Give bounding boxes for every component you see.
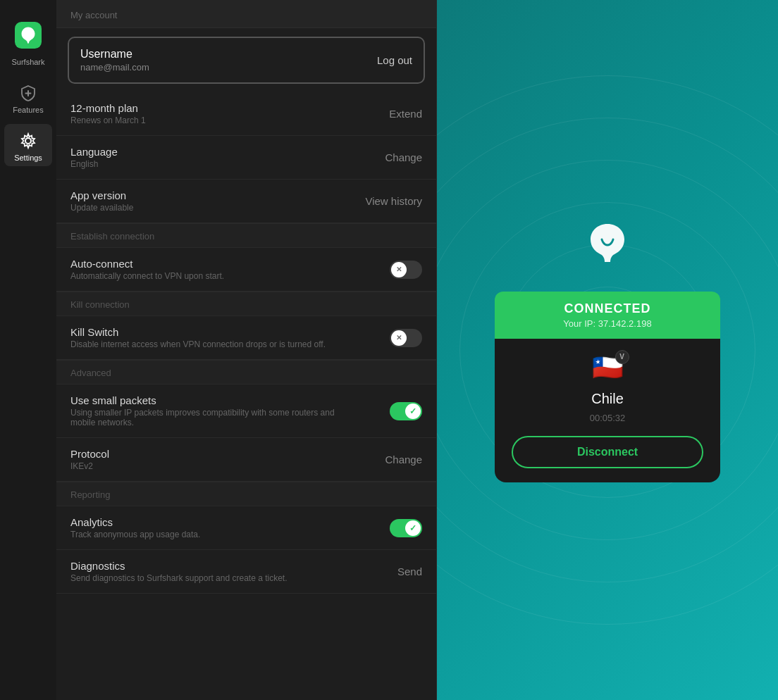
protocol-title: Protocol [70, 448, 109, 460]
plan-title: 12-month plan [70, 102, 146, 114]
sidebar-item-features[interactable]: Features [4, 76, 52, 118]
sidebar: Surfshark Features Settings [0, 0, 56, 700]
small-packets-subtitle: Using smaller IP packets improves compat… [70, 408, 338, 427]
sidebar-item-surfshark-label: Surfshark [11, 58, 44, 66]
my-account-header: My account [56, 0, 436, 28]
establish-connection-header: Establish connection [56, 223, 436, 248]
connected-banner: CONNECTED Your IP: 37.142.2.198 [495, 292, 720, 339]
country-name: Chile [591, 391, 624, 407]
language-title: Language [70, 146, 118, 158]
language-row: Language English Change [56, 136, 436, 180]
account-info: Username name@mail.com [80, 48, 149, 73]
gear-icon [18, 131, 38, 151]
analytics-toggle[interactable]: ✓ [390, 519, 422, 537]
connected-ip: Your IP: 37.142.2.198 [512, 318, 703, 329]
plan-extend-button[interactable]: Extend [389, 108, 422, 120]
kill-switch-subtitle: Disable internet access when VPN connect… [70, 339, 326, 349]
diagnostics-send-button[interactable]: Send [397, 565, 422, 577]
kill-connection-header: Kill connection [56, 292, 436, 316]
connected-status: CONNECTED [512, 301, 703, 316]
app-version-row: App version Update available View histor… [56, 180, 436, 223]
country-flag-wrapper: 🇨🇱 V [592, 353, 624, 382]
plan-subtitle: Renews on March 1 [70, 115, 146, 125]
language-subtitle: English [70, 159, 118, 169]
kill-switch-toggle[interactable]: ✕ [390, 329, 422, 347]
protocol-row: Protocol IKEv2 Change [56, 438, 436, 482]
plus-shield-icon [18, 83, 38, 103]
sidebar-item-settings[interactable]: Settings [4, 124, 52, 166]
advanced-header: Advanced [56, 360, 436, 385]
vpn-card-container: CONNECTED Your IP: 37.142.2.198 🇨🇱 V Chi… [495, 218, 720, 482]
account-username: Username [80, 48, 149, 61]
svg-point-3 [25, 138, 31, 144]
app-version-title: App version [70, 189, 133, 201]
diagnostics-subtitle: Send diagnostics to Surfshark support an… [70, 573, 288, 583]
view-history-button[interactable]: View history [365, 195, 422, 207]
sidebar-item-surfshark[interactable]: Surfshark [4, 11, 52, 70]
analytics-row: Analytics Track anonymous app usage data… [56, 506, 436, 550]
surfshark-logo-vpn [579, 218, 636, 275]
analytics-subtitle: Track anonymous app usage data. [70, 530, 200, 539]
auto-connect-subtitle: Automatically connect to VPN upon start. [70, 271, 224, 281]
diagnostics-title: Diagnostics [70, 560, 288, 572]
account-box: Username name@mail.com Log out [68, 37, 425, 84]
auto-connect-title: Auto-connect [70, 258, 224, 270]
reporting-header: Reporting [56, 482, 436, 506]
disconnect-button[interactable]: Disconnect [512, 436, 703, 468]
small-packets-row: Use small packets Using smaller IP packe… [56, 385, 436, 438]
auto-connect-row: Auto-connect Automatically connect to VP… [56, 248, 436, 292]
vpn-info-card: 🇨🇱 V Chile 00:05:32 Disconnect [495, 339, 720, 482]
language-change-button[interactable]: Change [385, 151, 422, 163]
sidebar-item-settings-label: Settings [14, 154, 42, 162]
protocol-subtitle: IKEv2 [70, 461, 109, 471]
protocol-change-button[interactable]: Change [385, 454, 422, 465]
small-packets-toggle[interactable]: ✓ [390, 402, 422, 420]
diagnostics-row: Diagnostics Send diagnostics to Surfshar… [56, 550, 436, 594]
account-email: name@mail.com [80, 62, 149, 73]
auto-connect-toggle[interactable]: ✕ [390, 261, 422, 279]
logout-button[interactable]: Log out [377, 54, 412, 66]
analytics-title: Analytics [70, 516, 200, 528]
country-badge: V [615, 350, 629, 364]
app-version-subtitle: Update available [70, 203, 133, 213]
small-packets-title: Use small packets [70, 394, 338, 406]
connection-time: 00:05:32 [590, 413, 626, 423]
plan-row: 12-month plan Renews on March 1 Extend [56, 92, 436, 136]
vpn-panel: CONNECTED Your IP: 37.142.2.198 🇨🇱 V Chi… [437, 0, 778, 700]
kill-switch-row: Kill Switch Disable internet access when… [56, 316, 436, 360]
kill-switch-title: Kill Switch [70, 326, 326, 338]
settings-panel: My account Username name@mail.com Log ou… [56, 0, 437, 700]
sidebar-item-features-label: Features [13, 106, 43, 114]
